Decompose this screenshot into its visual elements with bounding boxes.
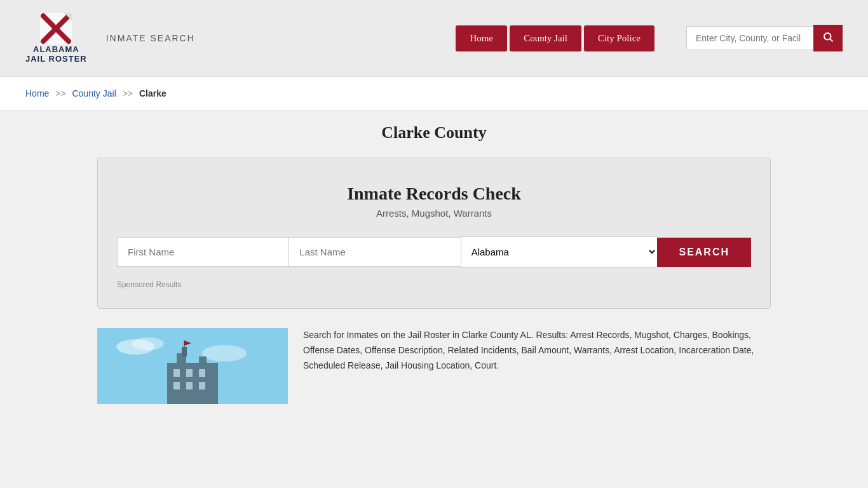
inmate-search-label: INMATE SEARCH bbox=[106, 33, 195, 43]
breadcrumb-sep2: >> bbox=[123, 88, 133, 98]
search-icon bbox=[822, 31, 834, 43]
breadcrumb-current: Clarke bbox=[139, 88, 166, 98]
svg-rect-22 bbox=[199, 382, 205, 390]
logo-text-alabama: ALABAMA bbox=[33, 44, 79, 54]
search-button[interactable]: SEARCH bbox=[657, 238, 751, 267]
records-check-box: Inmate Records Check Arrests, Mugshot, W… bbox=[97, 158, 771, 309]
bottom-section: Search for Inmates on the Jail Roster in… bbox=[97, 328, 771, 404]
alabama-flag-icon bbox=[40, 13, 72, 44]
inmate-search-form: AlabamaAlaskaArizonaArkansasCaliforniaCo… bbox=[117, 236, 751, 268]
svg-point-9 bbox=[132, 337, 164, 350]
svg-line-6 bbox=[830, 39, 832, 41]
building-image bbox=[97, 328, 288, 404]
svg-point-10 bbox=[202, 345, 247, 362]
header-search bbox=[686, 25, 843, 51]
breadcrumb-home[interactable]: Home bbox=[25, 88, 49, 98]
sponsored-label: Sponsored Results bbox=[117, 280, 751, 289]
header-search-input[interactable] bbox=[686, 26, 813, 50]
page-content: Clarke County Inmate Records Check Arres… bbox=[85, 111, 783, 417]
site-logo[interactable]: ALABAMA JAIL ROSTER bbox=[25, 13, 87, 64]
logo-text-jail: JAIL ROSTER bbox=[25, 54, 87, 64]
site-header: ALABAMA JAIL ROSTER INMATE SEARCH Home C… bbox=[0, 0, 868, 77]
first-name-input[interactable] bbox=[117, 237, 288, 267]
svg-point-5 bbox=[824, 33, 831, 40]
records-check-title: Inmate Records Check bbox=[117, 184, 751, 204]
building-silhouette-icon bbox=[97, 328, 288, 404]
svg-rect-21 bbox=[186, 382, 193, 390]
nav-county-jail-button[interactable]: County Jail bbox=[510, 25, 581, 51]
svg-rect-19 bbox=[199, 369, 205, 377]
last-name-input[interactable] bbox=[288, 237, 460, 267]
nav-city-police-button[interactable]: City Police bbox=[584, 25, 654, 51]
state-select[interactable]: AlabamaAlaskaArizonaArkansasCaliforniaCo… bbox=[461, 236, 658, 268]
breadcrumb-county-jail[interactable]: County Jail bbox=[72, 88, 116, 98]
page-description: Search for Inmates on the Jail Roster in… bbox=[303, 328, 771, 373]
page-title: Clarke County bbox=[97, 123, 771, 142]
main-nav: Home County Jail City Police bbox=[456, 25, 654, 51]
svg-rect-13 bbox=[199, 356, 207, 366]
breadcrumb-sep1: >> bbox=[55, 88, 65, 98]
svg-rect-20 bbox=[173, 382, 180, 390]
svg-rect-17 bbox=[173, 369, 180, 377]
records-check-subtitle: Arrests, Mugshot, Warrants bbox=[117, 208, 751, 219]
header-search-button[interactable] bbox=[813, 25, 843, 51]
nav-home-button[interactable]: Home bbox=[456, 25, 507, 51]
svg-rect-18 bbox=[186, 369, 193, 377]
breadcrumb: Home >> County Jail >> Clarke bbox=[0, 77, 868, 111]
svg-rect-14 bbox=[182, 347, 187, 356]
